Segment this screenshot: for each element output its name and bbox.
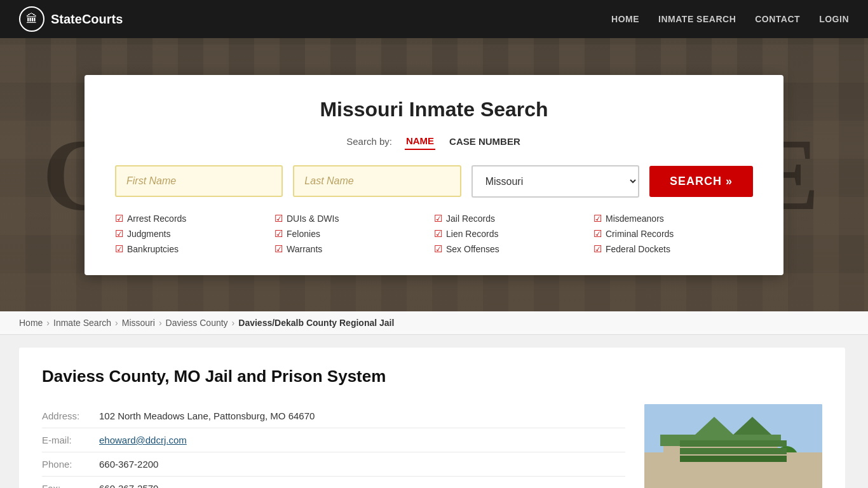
record-label-sex-offenses: Sex Offenses xyxy=(446,244,499,254)
record-duis: ☑ DUIs & DWIs xyxy=(275,213,434,224)
hero-section: COURTHOUSE Missouri Inmate Search Search… xyxy=(0,38,868,311)
svg-rect-8 xyxy=(746,455,765,470)
content-inner: Address: 102 North Meadows Lane, Pattons… xyxy=(42,404,822,488)
last-name-input[interactable] xyxy=(293,165,461,197)
record-criminal: ☑ Criminal Records xyxy=(593,228,753,240)
record-label-criminal: Criminal Records xyxy=(606,229,674,239)
breadcrumb: Home › Inmate Search › Missouri › Davies… xyxy=(0,311,868,335)
phone-label: Phone: xyxy=(42,459,99,470)
record-label-bankruptcies: Bankruptcies xyxy=(127,244,179,254)
record-label-judgments: Judgments xyxy=(127,229,170,239)
breadcrumb-sep-1: › xyxy=(46,318,50,328)
record-warrants: ☑ Warrants xyxy=(275,243,434,255)
record-label-federal: Federal Dockets xyxy=(606,244,670,254)
record-jail: ☑ Jail Records xyxy=(434,213,593,224)
nav-login[interactable]: LOGIN xyxy=(819,14,849,24)
record-misdemeanors: ☑ Misdemeanors xyxy=(593,213,753,224)
check-icon-arrest: ☑ xyxy=(115,213,123,224)
check-icon-warrants: ☑ xyxy=(275,243,283,255)
check-icon-judgments: ☑ xyxy=(115,228,123,240)
tab-case-number[interactable]: CASE NUMBER xyxy=(448,133,522,149)
email-label: E-mail: xyxy=(42,435,99,445)
info-row-address: Address: 102 North Meadows Lane, Pattons… xyxy=(42,404,625,428)
check-icon-duis: ☑ xyxy=(275,213,283,224)
check-icon-sex-offenses: ☑ xyxy=(434,243,442,255)
breadcrumb-current: Daviess/Dekalb County Regional Jail xyxy=(238,318,394,328)
record-bankruptcies: ☑ Bankruptcies xyxy=(115,243,275,255)
address-value: 102 North Meadows Lane, Pattonsburg, MO … xyxy=(99,410,315,421)
svg-rect-7 xyxy=(721,455,740,470)
logo-icon: 🏛 xyxy=(19,6,44,32)
info-row-email: E-mail: ehoward@ddcrj.com xyxy=(42,428,625,452)
breadcrumb-daviess-county[interactable]: Daviess County xyxy=(166,318,228,328)
nav-contact[interactable]: CONTACT xyxy=(755,14,800,24)
record-lien: ☑ Lien Records xyxy=(434,228,593,240)
search-button[interactable]: SEARCH » xyxy=(649,166,753,197)
record-label-duis: DUIs & DWIs xyxy=(287,214,339,224)
info-section: Address: 102 North Meadows Lane, Pattons… xyxy=(42,404,625,488)
svg-rect-3 xyxy=(660,435,781,446)
content-area: Daviess County, MO Jail and Prison Syste… xyxy=(0,335,868,488)
breadcrumb-home[interactable]: Home xyxy=(19,318,43,328)
record-label-warrants: Warrants xyxy=(287,244,322,254)
breadcrumb-missouri[interactable]: Missouri xyxy=(122,318,155,328)
phone-value: 660-367-2200 xyxy=(99,459,158,470)
nav-links: HOME INMATE SEARCH CONTACT LOGIN xyxy=(611,14,849,24)
info-row-phone: Phone: 660-367-2200 xyxy=(42,452,625,477)
record-felonies: ☑ Felonies xyxy=(275,228,434,240)
nav-home[interactable]: HOME xyxy=(611,14,639,24)
svg-rect-2 xyxy=(663,442,778,488)
address-label: Address: xyxy=(42,410,99,421)
record-label-felonies: Felonies xyxy=(287,229,320,239)
breadcrumb-inmate-search[interactable]: Inmate Search xyxy=(53,318,111,328)
check-icon-bankruptcies: ☑ xyxy=(115,243,123,255)
records-grid: ☑ Arrest Records ☑ DUIs & DWIs ☑ Jail Re… xyxy=(115,213,753,255)
svg-rect-6 xyxy=(676,455,695,470)
nav-inmate-search[interactable]: INMATE SEARCH xyxy=(658,14,736,24)
record-judgments: ☑ Judgments xyxy=(115,228,275,240)
search-card: Missouri Inmate Search Search by: NAME C… xyxy=(85,75,783,275)
brand-link[interactable]: 🏛 StateCourts xyxy=(19,6,123,32)
navbar: 🏛 StateCourts HOME INMATE SEARCH CONTACT… xyxy=(0,0,868,38)
state-select[interactable]: Missouri AlabamaAlaskaArizona ArkansasCa… xyxy=(471,165,639,198)
search-by-label: Search by: xyxy=(346,136,392,147)
check-icon-federal: ☑ xyxy=(593,243,602,255)
svg-rect-10 xyxy=(784,471,789,488)
tab-name[interactable]: NAME xyxy=(405,133,435,150)
content-card: Daviess County, MO Jail and Prison Syste… xyxy=(19,348,845,488)
jail-image xyxy=(644,404,822,488)
record-sex-offenses: ☑ Sex Offenses xyxy=(434,243,593,255)
record-label-misdemeanors: Misdemeanors xyxy=(606,214,664,224)
svg-rect-1 xyxy=(644,468,822,488)
content-card-title: Daviess County, MO Jail and Prison Syste… xyxy=(42,367,822,386)
first-name-input[interactable] xyxy=(115,165,283,197)
record-label-arrest: Arrest Records xyxy=(127,214,186,224)
record-arrest: ☑ Arrest Records xyxy=(115,213,275,224)
search-by-row: Search by: NAME CASE NUMBER xyxy=(115,133,753,150)
breadcrumb-sep-3: › xyxy=(159,318,162,328)
check-icon-jail: ☑ xyxy=(434,213,442,224)
breadcrumb-sep-4: › xyxy=(232,318,235,328)
record-label-lien: Lien Records xyxy=(446,229,499,239)
fax-label: Fax: xyxy=(42,483,99,488)
email-link[interactable]: ehoward@ddcrj.com xyxy=(99,435,187,445)
record-label-jail: Jail Records xyxy=(446,214,495,224)
check-icon-misdemeanors: ☑ xyxy=(593,213,602,224)
fax-value: 660-367-2579 xyxy=(99,483,158,488)
info-row-fax: Fax: 660-367-2579 xyxy=(42,477,625,488)
check-icon-criminal: ☑ xyxy=(593,228,602,240)
search-card-title: Missouri Inmate Search xyxy=(115,98,753,121)
search-inputs-row: Missouri AlabamaAlaskaArizona ArkansasCa… xyxy=(115,165,753,198)
check-icon-lien: ☑ xyxy=(434,228,442,240)
brand-name: StateCourts xyxy=(51,12,123,27)
breadcrumb-sep-2: › xyxy=(115,318,118,328)
svg-point-11 xyxy=(774,446,799,477)
check-icon-felonies: ☑ xyxy=(275,228,283,240)
record-federal: ☑ Federal Dockets xyxy=(593,243,753,255)
